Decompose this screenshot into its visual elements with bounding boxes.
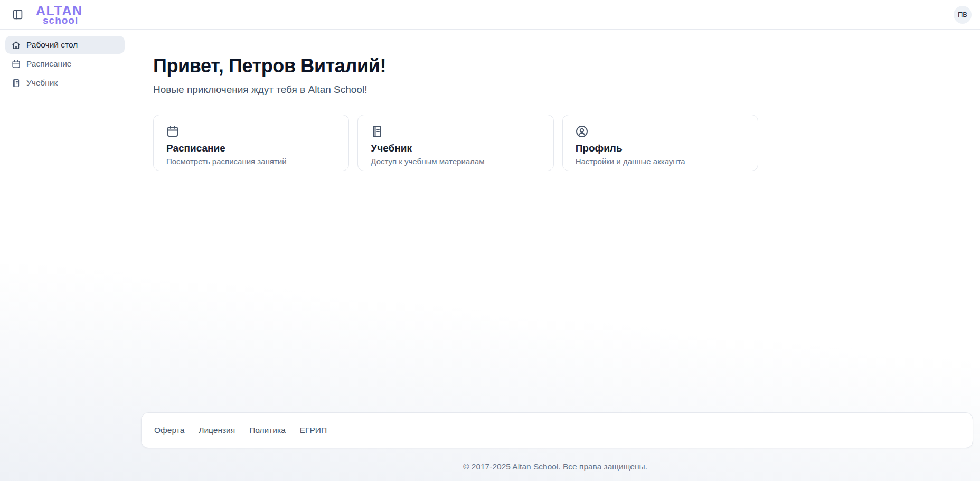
sidebar-item-label: Рабочий стол [26, 40, 78, 50]
sidebar-item-schedule[interactable]: Расписание [5, 55, 125, 73]
copyright-text: © 2017-2025 Altan School. Все права защи… [130, 462, 980, 471]
page-subtitle: Новые приключения ждут тебя в Altan Scho… [153, 84, 980, 96]
avatar-initials: ПВ [958, 11, 967, 18]
book-icon [12, 79, 21, 88]
page-title: Привет, Петров Виталий! [153, 55, 980, 77]
footer-link-policy[interactable]: Политика [249, 426, 286, 435]
altan-school-logo[interactable]: ALTAN school [36, 4, 83, 25]
card-description: Доступ к учебным материалам [371, 157, 540, 166]
home-icon [12, 41, 21, 50]
sidebar-item-dashboard[interactable]: Рабочий стол [5, 36, 125, 54]
sidebar-item-label: Учебник [26, 78, 58, 88]
sidebar-item-label: Расписание [26, 59, 71, 69]
user-avatar[interactable]: ПВ [954, 6, 972, 24]
card-profile[interactable]: Профиль Настройки и данные аккаунта [562, 115, 758, 171]
card-title: Расписание [166, 143, 336, 154]
quick-links-row: Расписание Посмотреть расписания занятий… [153, 115, 758, 171]
book-icon [371, 125, 540, 138]
card-title: Учебник [371, 143, 540, 154]
top-header: ALTAN school ПВ [0, 0, 980, 30]
footer-link-license[interactable]: Лицензия [199, 426, 235, 435]
logo-line-2: school [36, 15, 83, 25]
sidebar-item-textbook[interactable]: Учебник [5, 74, 125, 92]
card-description: Посмотреть расписания занятий [166, 157, 336, 166]
calendar-icon [166, 125, 336, 138]
sidebar-toggle-button[interactable] [8, 6, 26, 24]
user-circle-icon [576, 125, 745, 138]
footer-link-egrip[interactable]: ЕГРИП [300, 426, 327, 435]
calendar-icon [12, 60, 21, 69]
sidebar: Рабочий стол Расписание Учебник [0, 30, 130, 481]
card-title: Профиль [576, 143, 745, 154]
card-textbook[interactable]: Учебник Доступ к учебным материалам [357, 115, 553, 171]
panel-left-icon [12, 9, 23, 20]
card-description: Настройки и данные аккаунта [576, 157, 745, 166]
footer: Оферта Лицензия Политика ЕГРИП [141, 412, 973, 448]
footer-link-offer[interactable]: Оферта [154, 426, 184, 435]
card-schedule[interactable]: Расписание Посмотреть расписания занятий [153, 115, 349, 171]
